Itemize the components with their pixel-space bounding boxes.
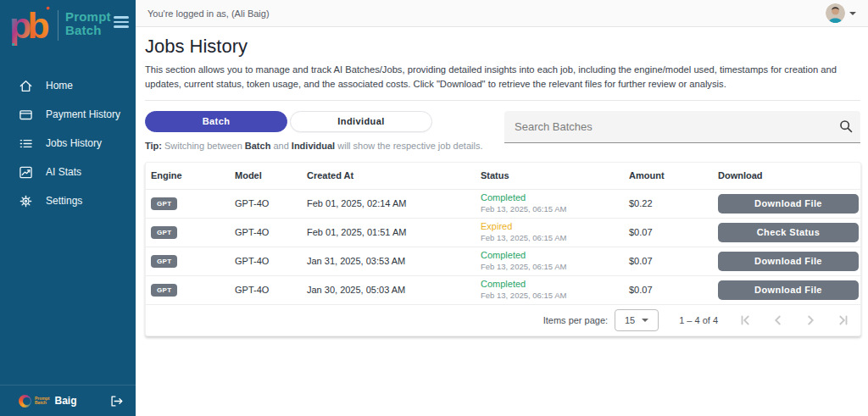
divider bbox=[145, 100, 860, 101]
table-row: GPT GPT-4O Jan 31, 2025, 03:53 AM Comple… bbox=[146, 247, 860, 275]
amount-cell: $0.07 bbox=[629, 256, 718, 266]
jobs-table: Engine Model Created At Status Amount Do… bbox=[145, 162, 861, 336]
search-field bbox=[504, 111, 860, 143]
table-row: GPT GPT-4O Jan 30, 2025, 05:03 AM Comple… bbox=[146, 275, 860, 304]
page-title: Jobs History bbox=[145, 36, 860, 58]
sidebar-item-home[interactable]: Home bbox=[0, 71, 136, 100]
avatar[interactable] bbox=[826, 3, 845, 23]
payment-icon bbox=[19, 108, 33, 122]
status-cell: Completed Feb 13, 2025, 06:15 AM bbox=[481, 192, 629, 214]
created-at-cell: Feb 01, 2025, 01:51 AM bbox=[307, 227, 481, 237]
engine-badge: GPT bbox=[151, 255, 177, 268]
sidebar-item-label: AI Stats bbox=[46, 166, 81, 178]
sidebar-item-label: Payment History bbox=[46, 108, 120, 120]
action-cell: Download File bbox=[718, 194, 860, 214]
sidebar-item-settings[interactable]: Settings bbox=[0, 186, 136, 215]
chevron-left-icon bbox=[771, 313, 786, 328]
col-header-status: Status bbox=[481, 170, 629, 180]
last-page-button[interactable] bbox=[833, 311, 852, 330]
row-action-button[interactable]: Check Status bbox=[718, 223, 859, 242]
tab-batch[interactable]: Batch bbox=[145, 111, 287, 132]
job-type-toggle: Batch Individual bbox=[145, 111, 482, 132]
logo-wordmark: Prompt Batch bbox=[65, 10, 114, 37]
logout-button[interactable] bbox=[109, 394, 124, 408]
sidebar-footer: Prompt Batch Baig bbox=[0, 385, 136, 416]
engine-badge: GPT bbox=[151, 226, 177, 239]
engine-badge: GPT bbox=[151, 197, 177, 210]
sidebar-item-label: Jobs History bbox=[46, 137, 102, 149]
sidebar: p b Prompt Batch Home Payment History bbox=[0, 0, 136, 416]
caret-down-icon bbox=[849, 12, 856, 15]
chart-icon bbox=[19, 165, 33, 180]
search-button[interactable] bbox=[832, 119, 860, 134]
chevron-right-icon bbox=[803, 313, 818, 328]
gear-icon bbox=[19, 194, 33, 208]
col-header-download: Download bbox=[718, 170, 860, 180]
row-action-button[interactable]: Download File bbox=[718, 194, 859, 214]
sidebar-item-ai-stats[interactable]: AI Stats bbox=[0, 158, 136, 186]
action-cell: Download File bbox=[718, 252, 860, 271]
items-per-page-value: 15 bbox=[625, 315, 635, 325]
sidebar-item-label: Settings bbox=[46, 195, 82, 207]
first-page-icon bbox=[738, 313, 754, 328]
home-icon bbox=[19, 79, 33, 93]
sidebar-nav: Home Payment History Jobs History AI Sta… bbox=[0, 71, 136, 215]
page-description: This section allows you to manage and tr… bbox=[145, 63, 860, 92]
promptbatch-mini-logo-icon bbox=[19, 395, 31, 408]
previous-page-button[interactable] bbox=[769, 311, 787, 330]
created-at-cell: Jan 30, 2025, 05:03 AM bbox=[307, 285, 481, 295]
main-area: You're logged in as, (Ali Baig) Jobs His… bbox=[136, 0, 868, 416]
col-header-model: Model bbox=[235, 170, 307, 180]
col-header-amount: Amount bbox=[629, 170, 718, 180]
amount-cell: $0.07 bbox=[629, 227, 718, 237]
logged-in-text: You're logged in as, (Ali Baig) bbox=[147, 8, 270, 19]
row-action-button[interactable]: Download File bbox=[718, 252, 859, 271]
app-window: p b Prompt Batch Home Payment History bbox=[0, 0, 868, 416]
status-date: Feb 13, 2025, 06:15 AM bbox=[481, 233, 629, 243]
status-date: Feb 13, 2025, 06:15 AM bbox=[481, 204, 629, 214]
amount-cell: $0.22 bbox=[629, 198, 718, 208]
first-page-button[interactable] bbox=[737, 311, 755, 330]
model-cell: GPT-4O bbox=[235, 227, 307, 237]
mini-logo-wordmark: Prompt Batch bbox=[35, 397, 50, 406]
logo-row: p b Prompt Batch bbox=[0, 0, 136, 53]
created-at-cell: Feb 01, 2025, 02:14 AM bbox=[307, 198, 481, 208]
status-text: Completed bbox=[481, 279, 629, 291]
amount-cell: $0.07 bbox=[629, 285, 718, 295]
col-header-created: Created At bbox=[307, 170, 481, 180]
last-page-icon bbox=[835, 313, 850, 328]
tip-text: Tip: Switching between Batch and Individ… bbox=[145, 141, 482, 151]
logo-line2: Batch bbox=[65, 24, 114, 37]
action-cell: Download File bbox=[718, 280, 860, 300]
status-date: Feb 13, 2025, 06:15 AM bbox=[481, 262, 629, 272]
engine-badge: GPT bbox=[151, 284, 177, 297]
table-row: GPT GPT-4O Feb 01, 2025, 02:14 AM Comple… bbox=[146, 189, 860, 218]
controls-row: Batch Individual Tip: Switching between … bbox=[145, 111, 860, 151]
hamburger-menu-icon[interactable] bbox=[114, 14, 129, 31]
search-input[interactable] bbox=[504, 120, 832, 133]
logo-line1: Prompt bbox=[65, 10, 114, 24]
user-menu[interactable] bbox=[826, 3, 856, 23]
table-row: GPT GPT-4O Feb 01, 2025, 01:51 AM Expire… bbox=[146, 218, 860, 247]
next-page-button[interactable] bbox=[801, 311, 820, 330]
page-content: Jobs History This section allows you to … bbox=[136, 27, 868, 336]
items-per-page-label: Items per page: bbox=[543, 315, 608, 325]
status-cell: Completed Feb 13, 2025, 06:15 AM bbox=[481, 279, 629, 301]
sidebar-item-payment-history[interactable]: Payment History bbox=[0, 100, 136, 129]
row-action-button[interactable]: Download File bbox=[718, 280, 859, 300]
status-cell: Completed Feb 13, 2025, 06:15 AM bbox=[481, 250, 629, 272]
items-per-page-select[interactable]: 15 bbox=[615, 309, 659, 331]
col-header-engine: Engine bbox=[151, 170, 235, 180]
svg-text:b: b bbox=[27, 5, 49, 46]
pagination-nav bbox=[737, 311, 852, 330]
list-icon bbox=[19, 136, 33, 151]
model-cell: GPT-4O bbox=[235, 198, 307, 208]
page-range-label: 1 – 4 of 4 bbox=[679, 315, 718, 325]
paginator: Items per page: 15 1 – 4 of 4 bbox=[146, 304, 860, 336]
search-icon bbox=[838, 119, 854, 134]
action-cell: Check Status bbox=[718, 223, 860, 242]
footer-username: Baig bbox=[55, 395, 110, 407]
topbar: You're logged in as, (Ali Baig) bbox=[136, 0, 868, 27]
sidebar-item-jobs-history[interactable]: Jobs History bbox=[0, 129, 136, 158]
tab-individual[interactable]: Individual bbox=[290, 111, 432, 132]
